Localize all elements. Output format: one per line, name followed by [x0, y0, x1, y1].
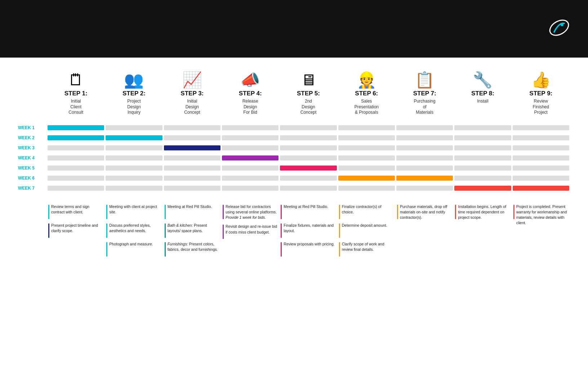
step-icon-4: 📣 [240, 72, 260, 88]
note-bar-3-1 [165, 205, 166, 219]
timeline-cell-4-3 [164, 155, 220, 160]
note-text-4-1: Release bid for contractors using severa… [226, 204, 278, 221]
step-title-1: Initial Client Consult [68, 99, 83, 116]
note-bar-5-3 [281, 242, 282, 257]
timeline-cell-5-6 [338, 166, 395, 171]
logo-area [548, 17, 570, 41]
note-text-7-1: Purchase materials, drop off materials o… [400, 204, 452, 221]
steps-row: 🗒STEP 1:Initial Client Consult👥STEP 2:Pr… [18, 72, 570, 116]
timeline-section: WEEK 1WEEK 2WEEK 3WEEK 4WEEK 5WEEK 6WEEK… [18, 123, 570, 193]
note-text-2-2: Discuss preferred styles, aesthetics and… [109, 223, 161, 234]
step-icon-7: 📋 [415, 72, 435, 88]
timeline-row-5 [47, 163, 570, 173]
note-item-2-3: Photograph and measure. [106, 241, 161, 257]
timeline-cell-6-4 [222, 176, 279, 181]
timeline-cell-4-7 [396, 155, 453, 160]
note-item-3-1: Meeting at Red Pill Studio. [165, 204, 220, 219]
week-label-6: WEEK 6 [18, 173, 47, 183]
note-col-9: Project is completed. Present warranty f… [512, 204, 570, 260]
note-item-5-1: Meeting at Red Pill Studio. [281, 204, 336, 219]
step-title-3: Initial Design Concept [184, 99, 200, 116]
note-col-6: Finalize contractor(s) of choice.Determi… [338, 204, 396, 260]
step-title-4: Release Design For Bid [242, 99, 258, 116]
timeline-cell-7-9 [513, 186, 569, 191]
step-col-9: 👍STEP 9:Review Finished Project [512, 72, 570, 116]
week-label-4: WEEK 4 [18, 153, 47, 163]
timeline-cell-6-6 [338, 176, 395, 181]
logo-icon [548, 17, 570, 39]
timeline-row-2 [47, 133, 570, 143]
notes-section: Review terms and sign contract with clie… [18, 204, 570, 260]
timeline-cell-5-3 [164, 166, 220, 171]
timeline-cell-7-2 [106, 186, 162, 191]
note-item-5-2: Finalize fixtures, naterials and layout. [281, 223, 336, 238]
main-content: 🗒STEP 1:Initial Client Consult👥STEP 2:Pr… [0, 58, 588, 271]
step-col-2: 👥STEP 2:Project Design Inquiry [105, 72, 163, 116]
week-label-7: WEEK 7 [18, 183, 47, 193]
note-bar-5-2 [281, 223, 282, 238]
step-title-2: Project Design Inquiry [127, 99, 141, 116]
timeline-cell-1-7 [396, 125, 453, 130]
timeline-cell-3-5 [280, 145, 337, 150]
timeline-cell-1-9 [513, 125, 569, 130]
step-number-4: STEP 4: [239, 90, 262, 97]
note-bar-6-1 [339, 205, 340, 219]
timeline-cell-5-5 [280, 166, 337, 171]
note-text-5-3: Review proposals with pricing. [284, 241, 336, 247]
timeline-cell-4-9 [513, 155, 569, 160]
timeline-cell-2-8 [454, 135, 511, 140]
timeline-cell-4-8 [454, 155, 511, 160]
note-bar-3-3 [165, 242, 166, 257]
timeline-cell-3-7 [396, 145, 453, 150]
step-icon-1: 🗒 [68, 72, 84, 88]
note-bar-7-1 [397, 205, 398, 219]
note-text-3-1: Meeting at Red Pill Studio. [168, 204, 220, 209]
step-title-5: 2nd Design Concept [300, 99, 317, 116]
step-number-7: STEP 7: [413, 90, 436, 97]
note-text-6-2: Determine deposit amount. [342, 223, 394, 228]
timeline-cell-7-1 [48, 186, 104, 191]
note-item-8-1: Installation begins. Length of time requ… [455, 204, 510, 221]
timeline-cell-1-6 [338, 125, 395, 130]
timeline-grid [47, 123, 570, 193]
week-label-5: WEEK 5 [18, 163, 47, 173]
note-col-1: Review terms and sign contract with clie… [47, 204, 105, 260]
timeline-row-4 [47, 153, 570, 163]
timeline-cell-7-4 [222, 186, 279, 191]
note-item-6-2: Determine deposit amount. [339, 223, 394, 238]
note-text-3-3: Furnishings: Present colors, fabrics, de… [168, 241, 220, 252]
note-text-1-2: Present project timeline and clarify sco… [51, 223, 103, 234]
timeline-cell-6-3 [164, 176, 220, 181]
timeline-cell-1-3 [164, 125, 220, 130]
step-title-7: Purchasing of Materials [414, 99, 436, 116]
note-bar-1-1 [48, 205, 49, 219]
timeline-cell-6-1 [48, 176, 104, 181]
note-item-4-2: Revisit design and re-issue bid if costs… [223, 224, 278, 239]
week-label-3: WEEK 3 [18, 143, 47, 153]
note-text-2-3: Photograph and measure. [109, 241, 161, 247]
timeline-cell-2-4 [222, 135, 279, 140]
note-bar-3-2 [165, 223, 166, 238]
timeline-cell-5-8 [454, 166, 511, 171]
timeline-cell-5-4 [222, 166, 279, 171]
timeline-cell-6-5 [280, 176, 337, 181]
step-col-4: 📣STEP 4:Release Design For Bid [221, 72, 279, 116]
timeline-cell-7-7 [396, 186, 453, 191]
step-col-3: 📈STEP 3:Initial Design Concept [163, 72, 221, 116]
note-item-4-1: Release bid for contractors using severa… [223, 204, 278, 221]
timeline-row-7 [47, 183, 570, 193]
note-bar-4-1 [223, 205, 224, 219]
timeline-cell-4-5 [280, 155, 337, 160]
timeline-cell-1-8 [454, 125, 511, 130]
note-text-5-2: Finalize fixtures, naterials and layout. [284, 223, 336, 234]
timeline-cell-4-6 [338, 155, 395, 160]
note-item-9-1: Project is completed. Present warranty f… [513, 204, 569, 226]
note-col-8: Installation begins. Length of time requ… [454, 204, 512, 260]
timeline-cell-1-1 [48, 125, 104, 130]
note-item-1-2: Present project timeline and clarify sco… [48, 223, 103, 238]
timeline-cell-2-6 [338, 135, 395, 140]
step-col-8: 🔧STEP 8:Install [454, 72, 512, 116]
svg-point-1 [561, 23, 564, 26]
note-item-3-3: Furnishings: Present colors, fabrics, de… [165, 241, 220, 257]
note-item-2-1: Meeting with client at project site. [106, 204, 161, 219]
